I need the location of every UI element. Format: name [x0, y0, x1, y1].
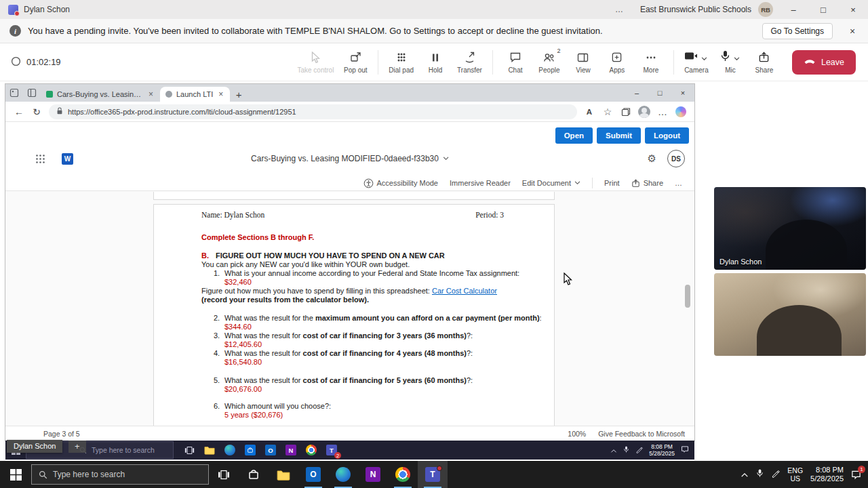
language-indicator[interactable]: ENGUS: [787, 466, 803, 483]
doc-share-button[interactable]: Share: [631, 179, 663, 188]
org-avatar[interactable]: RB: [758, 2, 773, 17]
shared-notification-icon[interactable]: [681, 444, 689, 456]
mic-options-chevron-icon[interactable]: [734, 52, 740, 64]
leave-button[interactable]: Leave: [792, 50, 856, 75]
file-explorer-button[interactable]: [269, 461, 298, 488]
people-button[interactable]: 2 People: [534, 49, 565, 75]
edit-document-button[interactable]: Edit Document: [522, 179, 580, 187]
collections-icon[interactable]: [618, 104, 634, 120]
url-field[interactable]: https://office365-pdx-prod.instructure.c…: [49, 104, 577, 119]
onenote-button[interactable]: N: [358, 461, 388, 488]
profile-avatar[interactable]: [636, 104, 652, 120]
back-icon[interactable]: ←: [11, 104, 27, 120]
notification-center-icon[interactable]: 1: [851, 470, 861, 480]
outlook-button[interactable]: O: [298, 461, 328, 488]
take-control-button[interactable]: Take control: [294, 49, 337, 75]
task-view-icon[interactable]: [183, 444, 195, 456]
tray-mic-icon[interactable]: [623, 444, 629, 456]
open-button[interactable]: Open: [555, 127, 593, 144]
word-logo-icon[interactable]: W: [62, 153, 73, 165]
chrome-icon[interactable]: [305, 444, 317, 456]
camera-options-chevron-icon[interactable]: [701, 52, 707, 64]
user-avatar[interactable]: DS: [667, 150, 685, 167]
file-explorer-icon[interactable]: [203, 444, 216, 456]
more-button[interactable]: More: [635, 49, 667, 75]
tray-mic-icon[interactable]: [756, 468, 764, 481]
hold-button[interactable]: Hold: [420, 49, 451, 75]
tray-pen-icon[interactable]: [635, 444, 643, 456]
immersive-reader-button[interactable]: Immersive Reader: [450, 179, 511, 187]
read-aloud-icon[interactable]: A: [581, 104, 597, 120]
browser-more-icon[interactable]: …: [654, 104, 671, 120]
mic-button[interactable]: Mic: [715, 49, 746, 75]
task-view-button[interactable]: [209, 461, 239, 488]
command-more-icon[interactable]: …: [675, 179, 682, 187]
banner-close-icon[interactable]: ×: [842, 26, 863, 37]
edge-icon[interactable]: [224, 444, 236, 456]
tray-pen-icon[interactable]: [771, 468, 780, 481]
take-control-icon: [310, 51, 321, 64]
tray-chevron-up-icon[interactable]: [610, 444, 617, 456]
store-button[interactable]: [239, 461, 269, 488]
workspaces-icon[interactable]: [23, 84, 41, 102]
maximize-button[interactable]: □: [808, 0, 838, 19]
onenote-icon[interactable]: N: [285, 444, 297, 456]
dial-pad-button[interactable]: Dial pad: [385, 49, 417, 75]
teams-button[interactable]: T: [418, 461, 448, 488]
document-scrollbar-thumb[interactable]: [685, 285, 690, 308]
edge-button[interactable]: [328, 461, 358, 488]
transfer-button[interactable]: Transfer: [454, 49, 486, 75]
tab-close-icon[interactable]: ×: [147, 89, 155, 99]
tray-chevron-up-icon[interactable]: [741, 468, 749, 481]
favorites-star-icon[interactable]: ☆: [599, 104, 616, 120]
video-tile-dylan[interactable]: Dylan Schon: [714, 187, 866, 270]
taskbar-search-box[interactable]: Type here to search: [31, 464, 209, 485]
question-text-bold: cost of car if financing for 3 years (36…: [303, 331, 467, 340]
copilot-icon[interactable]: [673, 104, 689, 120]
car-cost-calculator-link[interactable]: Car Cost Calculator: [432, 287, 497, 295]
store-icon[interactable]: [244, 444, 256, 456]
start-button[interactable]: [0, 461, 31, 488]
taskbar-clock[interactable]: 8:08 PM5/28/2025: [810, 466, 844, 483]
browser-close-button[interactable]: ×: [671, 84, 694, 102]
tab-document[interactable]: Cars-Buying vs. Leasing**.docx ×: [41, 87, 160, 102]
feedback-link[interactable]: Give Feedback to Microsoft: [598, 430, 685, 438]
submit-button[interactable]: Submit: [597, 127, 641, 144]
document-title[interactable]: Cars-Buying vs. Leasing MODIFIED-0daeed-…: [251, 154, 449, 163]
shared-clock[interactable]: 8:08 PM5/28/2025: [649, 443, 675, 457]
chat-button[interactable]: Chat: [500, 49, 531, 75]
minimize-button[interactable]: –: [778, 0, 808, 19]
camera-button[interactable]: Camera: [681, 49, 712, 75]
question-text-bold: maximum amount you can afford on a car p…: [315, 314, 540, 322]
go-to-settings-button[interactable]: Go To Settings: [762, 23, 833, 39]
share-button[interactable]: Share: [749, 49, 780, 75]
print-button[interactable]: Print: [604, 179, 620, 187]
app-launcher-icon[interactable]: [35, 154, 45, 164]
apps-button[interactable]: Apps: [601, 49, 633, 75]
presenter-add-button[interactable]: +: [68, 441, 86, 453]
settings-gear-icon[interactable]: ⚙: [648, 152, 656, 165]
close-button[interactable]: ×: [838, 0, 868, 19]
accessibility-mode-button[interactable]: Accessibility Mode: [363, 178, 438, 188]
view-button[interactable]: View: [568, 49, 599, 75]
tab-actions-icon[interactable]: [5, 84, 23, 102]
new-tab-button[interactable]: +: [230, 87, 248, 102]
teams-icon[interactable]: T2: [326, 444, 338, 456]
browser-restore-button[interactable]: □: [648, 84, 671, 102]
zoom-level[interactable]: 100%: [568, 430, 586, 438]
browser-minimize-button[interactable]: –: [625, 84, 648, 102]
tab-close-icon[interactable]: ×: [217, 89, 224, 99]
pop-out-button[interactable]: Pop out: [340, 49, 371, 75]
taskbar-date: 5/28/2025: [810, 474, 844, 483]
question-number: 6.: [214, 402, 224, 411]
titlebar-more-icon[interactable]: …: [606, 5, 633, 14]
tab-launch-lti[interactable]: Launch LTI ×: [160, 87, 230, 102]
chrome-button[interactable]: [388, 461, 418, 488]
spreadsheet-line-pre: Figure out how much you have to spend by…: [201, 287, 432, 295]
logout-button[interactable]: Logout: [645, 127, 689, 144]
outlook-icon[interactable]: O: [264, 444, 277, 456]
video-tile-participant2[interactable]: [714, 273, 866, 356]
answer-text: $344.60: [224, 323, 507, 331]
refresh-icon[interactable]: ↻: [28, 104, 45, 120]
language-line2: US: [790, 474, 800, 483]
